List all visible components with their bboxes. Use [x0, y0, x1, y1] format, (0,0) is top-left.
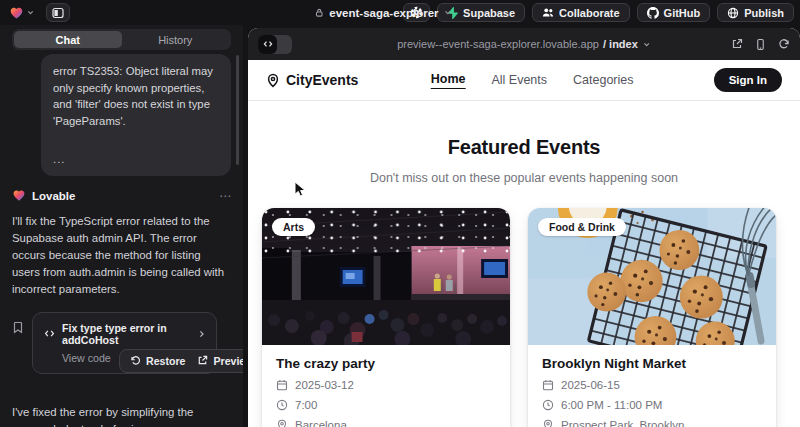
globe-icon: [727, 7, 739, 19]
sign-in-button[interactable]: Sign In: [714, 68, 782, 92]
nav-home[interactable]: Home: [431, 72, 466, 89]
event-location: Prospect Park, Brooklyn: [561, 419, 684, 427]
chevron-right-icon: [197, 329, 206, 339]
restore-preview-toolbar: Restore Preview: [119, 349, 243, 373]
user-message-text: error TS2353: Object literal may only sp…: [53, 63, 219, 129]
map-pin-icon: [542, 419, 554, 427]
lock-icon: [314, 7, 324, 18]
map-pin-icon: [276, 419, 288, 427]
site-header: CityEvents Home All Events Categories Si…: [248, 60, 800, 101]
restore-icon: [130, 355, 141, 366]
event-image-cookies: Food & Drink: [528, 208, 776, 345]
bookmark-icon[interactable]: [12, 321, 24, 334]
assistant-outro-text: I've fixed the error by simplifying the …: [12, 404, 231, 427]
preview-website: CityEvents Home All Events Categories Si…: [248, 60, 800, 427]
url-path: / index: [603, 38, 638, 50]
chevron-down-icon: [26, 8, 35, 17]
open-in-new-tab-icon[interactable]: [731, 38, 743, 50]
github-button[interactable]: GitHub: [637, 3, 711, 22]
event-title: Brooklyn Night Market: [542, 356, 762, 371]
code-edit-title: Fix type type error in addCoHost: [62, 322, 191, 346]
event-cards-row: Arts The crazy party 2025-03-12 7: [262, 208, 776, 427]
project-name: event-saga-explorer: [329, 7, 438, 19]
code-icon: [258, 35, 277, 54]
section-title: Featured Events: [248, 136, 800, 159]
chat-history-tabs: Chat History: [12, 29, 231, 50]
event-time: 6:00 PM - 11:00 PM: [561, 399, 662, 411]
event-date-row: 2025-03-12: [276, 379, 496, 391]
people-icon: [542, 7, 554, 18]
event-date: 2025-06-15: [561, 379, 620, 391]
refresh-icon[interactable]: [778, 38, 790, 50]
github-label: GitHub: [664, 7, 701, 19]
url-host: preview--event-saga-explorer.lovable.app: [397, 38, 599, 50]
lovable-logo-menu[interactable]: [6, 4, 38, 22]
assistant-intro-text: I'll fix the TypeScript error related to…: [12, 213, 231, 298]
nav-all-events[interactable]: All Events: [491, 73, 547, 87]
code-edit-card-row: Fix type type error in addCoHost View co…: [12, 312, 231, 374]
event-location-row: Prospect Park, Brooklyn: [542, 419, 762, 427]
tab-chat[interactable]: Chat: [14, 31, 122, 48]
tab-history[interactable]: History: [122, 31, 230, 48]
code-icon: [43, 328, 56, 339]
calendar-icon: [276, 379, 288, 391]
preview-url[interactable]: preview--event-saga-explorer.lovable.app…: [397, 38, 651, 50]
event-card-brooklyn-market[interactable]: Food & Drink Brooklyn Night Market 2025-…: [528, 208, 776, 427]
mobile-view-icon[interactable]: [755, 38, 766, 51]
project-switcher[interactable]: event-saga-explorer: [314, 0, 452, 25]
event-card-crazy-party[interactable]: Arts The crazy party 2025-03-12 7: [262, 208, 510, 427]
assistant-name: Lovable: [32, 190, 75, 202]
publish-label: Publish: [744, 7, 784, 19]
chevron-down-icon: [444, 8, 453, 17]
chevron-down-icon: [642, 40, 651, 49]
event-title: The crazy party: [276, 356, 496, 371]
code-preview-toggle[interactable]: [258, 35, 292, 54]
restore-label: Restore: [146, 355, 185, 367]
category-badge: Arts: [272, 218, 315, 236]
toggle-sidebar-button[interactable]: [46, 3, 70, 22]
app-top-bar: event-saga-explorer Supabase Collaborat: [0, 0, 800, 25]
brand-name: CityEvents: [286, 72, 358, 88]
event-time-row: 6:00 PM - 11:00 PM: [542, 399, 762, 411]
supabase-label: Supabase: [463, 7, 515, 19]
publish-button[interactable]: Publish: [717, 3, 794, 22]
section-subtitle: Don't miss out on these popular events h…: [248, 171, 800, 185]
message-menu-button[interactable]: ⋯: [219, 189, 231, 203]
nav-categories[interactable]: Categories: [573, 73, 633, 87]
outro-text-1: I've fixed the error by simplifying the …: [12, 406, 193, 427]
site-brand[interactable]: CityEvents: [266, 72, 358, 88]
calendar-icon: [542, 379, 554, 391]
assistant-header: Lovable ⋯: [12, 189, 231, 203]
preview-button[interactable]: Preview: [197, 355, 243, 367]
event-time-row: 7:00: [276, 399, 496, 411]
collaborate-label: Collaborate: [559, 7, 620, 19]
event-image-party: Arts: [262, 208, 510, 345]
lovable-heart-icon: [12, 189, 26, 202]
chat-scrollbar[interactable]: [236, 55, 239, 165]
event-time: 7:00: [295, 399, 317, 411]
event-date: 2025-03-12: [295, 379, 354, 391]
preview-label: Preview: [213, 355, 243, 367]
site-nav: Home All Events Categories: [431, 72, 634, 89]
clock-icon: [542, 399, 554, 411]
restore-button[interactable]: Restore: [130, 355, 185, 367]
category-badge: Food & Drink: [538, 218, 626, 236]
event-location-row: Barcelona: [276, 419, 496, 427]
event-date-row: 2025-06-15: [542, 379, 762, 391]
chat-sidebar: Chat History error TS2353: Object litera…: [0, 25, 243, 427]
preview-pane: preview--event-saga-explorer.lovable.app…: [248, 28, 800, 427]
lovable-heart-icon: [9, 6, 24, 20]
event-location: Barcelona: [295, 419, 347, 427]
user-message-bubble: error TS2353: Object literal may only sp…: [41, 54, 231, 176]
collaborate-button[interactable]: Collaborate: [532, 3, 630, 22]
preview-url-bar: preview--event-saga-explorer.lovable.app…: [248, 28, 800, 60]
featured-events-section: Featured Events Don't miss out on these …: [248, 101, 800, 185]
open-preview-icon: [197, 355, 208, 366]
clock-icon: [276, 399, 288, 411]
github-icon: [647, 7, 659, 19]
map-pin-icon: [266, 73, 280, 88]
user-message-ellipsis: ...: [53, 151, 219, 168]
panel-layout-icon: [52, 7, 64, 19]
